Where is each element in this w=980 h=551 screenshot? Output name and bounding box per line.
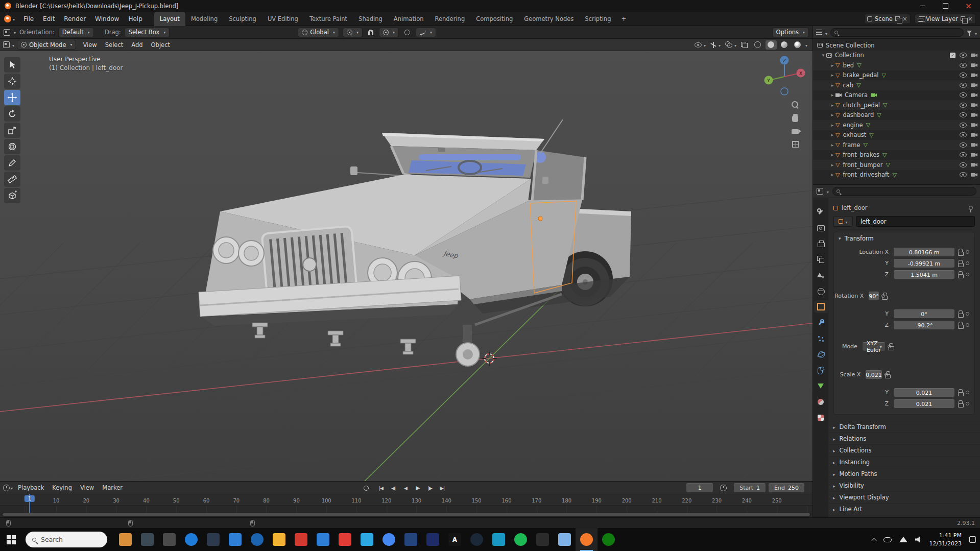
tool-annotate-button[interactable] — [4, 155, 20, 171]
taskbar-app-blue-app[interactable] — [356, 528, 378, 551]
proportional-editing-toggle[interactable] — [402, 28, 412, 37]
taskbar-app-people[interactable] — [114, 528, 136, 551]
maximize-button[interactable] — [934, 0, 957, 12]
tool-measure-button[interactable] — [4, 172, 20, 187]
workspace-tab[interactable]: Modeling — [185, 12, 223, 26]
taskbar-app-steam[interactable] — [466, 528, 488, 551]
timeline-menu[interactable]: Marker — [98, 484, 127, 491]
hide-eye-icon[interactable] — [960, 172, 967, 177]
hide-eye-icon[interactable] — [960, 83, 967, 88]
lock-icon[interactable] — [957, 310, 964, 318]
mode-dropdown[interactable]: Object Mode — [17, 40, 76, 50]
taskbar-search-input[interactable]: Search — [26, 532, 107, 547]
expand-arrow-icon[interactable] — [829, 63, 835, 68]
outliner-item-engine[interactable]: engine — [813, 120, 980, 130]
properties-section[interactable]: Motion Paths — [828, 468, 980, 480]
animate-dot-icon[interactable] — [964, 273, 971, 276]
properties-section[interactable]: Delta Transform — [828, 421, 980, 433]
expand-arrow-icon[interactable] — [829, 123, 835, 128]
play-button[interactable] — [413, 484, 423, 493]
hide-eye-icon[interactable] — [960, 63, 967, 68]
workspace-tab[interactable]: Rendering — [429, 12, 470, 26]
menu-item[interactable]: File — [19, 12, 38, 26]
workspace-tab[interactable]: Sculpting — [223, 12, 262, 26]
properties-section[interactable]: Collections — [828, 445, 980, 457]
value-field[interactable]: 0.021 — [894, 388, 954, 397]
frame-start-field[interactable]: Start1 — [734, 483, 766, 492]
properties-tab-material[interactable] — [814, 395, 828, 408]
hide-eye-icon[interactable] — [960, 123, 967, 128]
taskbar-app-letter-a-app[interactable]: A — [444, 528, 466, 551]
timeline-scrollbar[interactable] — [2, 513, 811, 516]
orientation-dropdown[interactable]: Default — [58, 28, 94, 37]
properties-tab-modifiers[interactable] — [814, 316, 828, 329]
taskbar-app-monitor-app[interactable] — [136, 528, 158, 551]
taskbar-app-terminal[interactable] — [532, 528, 554, 551]
workspace-tab[interactable]: UV Editing — [262, 12, 304, 26]
properties-tab-scene[interactable] — [814, 269, 828, 281]
animate-dot-icon[interactable] — [964, 250, 971, 254]
expand-arrow-icon[interactable] — [829, 152, 835, 157]
taskbar-clock[interactable]: 1:41 PM 12/31/2023 — [929, 532, 962, 547]
filter-icon[interactable] — [967, 31, 972, 34]
action-center-icon[interactable] — [969, 536, 976, 543]
properties-tab-physics[interactable] — [814, 348, 828, 361]
menu-item[interactable]: Render — [59, 12, 90, 26]
timeline-menu[interactable]: Keying — [48, 484, 76, 491]
value-field[interactable]: 0° — [894, 309, 954, 318]
viewport-menu[interactable]: View — [79, 41, 101, 49]
lock-icon[interactable] — [957, 389, 964, 396]
collapse-arrow-icon[interactable] — [820, 53, 826, 58]
current-frame-field[interactable]: 1 — [686, 483, 713, 492]
hide-eye-icon[interactable] — [960, 112, 967, 117]
object-name-field[interactable]: left_door — [856, 216, 975, 227]
tool-add-cube-button[interactable] — [4, 188, 20, 203]
volume-icon[interactable] — [915, 536, 922, 543]
close-button[interactable] — [957, 0, 980, 12]
outliner-item-front_brakes[interactable]: front_brakes — [813, 150, 980, 160]
cloud-icon[interactable] — [883, 537, 892, 542]
outliner-item-front_bumper[interactable]: front_bumper — [813, 160, 980, 170]
outliner-item-dashboard[interactable]: dashboard — [813, 110, 980, 121]
disable-render-icon[interactable] — [971, 153, 977, 157]
viewport-menu[interactable]: Select — [101, 41, 127, 49]
hide-eye-icon[interactable] — [960, 103, 967, 108]
transform-orientation-dropdown[interactable]: Global — [298, 28, 339, 37]
gizmo-minus-z-axis[interactable] — [781, 88, 788, 95]
expand-arrow-icon[interactable] — [829, 162, 835, 167]
tool-move-button[interactable] — [4, 90, 20, 105]
jump-to-start-button[interactable] — [376, 484, 386, 493]
properties-section[interactable]: Line Art — [828, 504, 980, 515]
outliner-item-brake_pedal[interactable]: brake_pedal — [813, 70, 980, 81]
taskbar-app-chrome[interactable] — [378, 528, 400, 551]
shading-wireframe-button[interactable] — [752, 40, 763, 50]
taskbar-app-mdp-app[interactable] — [400, 528, 422, 551]
pivot-point-dropdown[interactable] — [343, 28, 363, 37]
outliner-search-input[interactable] — [830, 28, 964, 37]
taskbar-app-spotify[interactable] — [510, 528, 532, 551]
tool-transform-button[interactable] — [4, 139, 20, 154]
workspace-tab[interactable]: Scripting — [579, 12, 616, 26]
play-reverse-button[interactable] — [400, 484, 411, 493]
lock-icon[interactable] — [957, 259, 964, 267]
disable-render-icon[interactable] — [971, 113, 977, 117]
timeline-editor-icon[interactable] — [3, 485, 10, 491]
camera-view-icon[interactable] — [792, 129, 799, 134]
taskbar-app-dark-app[interactable] — [202, 528, 224, 551]
expand-arrow-icon[interactable] — [829, 112, 835, 117]
hide-eye-icon[interactable] — [960, 73, 967, 78]
wifi-icon[interactable] — [899, 537, 907, 542]
value-field[interactable]: 90° — [869, 292, 879, 300]
ortho-grid-icon[interactable] — [792, 141, 799, 148]
taskbar-app-compass-browser[interactable] — [180, 528, 202, 551]
value-field[interactable]: 0.021 — [866, 370, 882, 379]
add-workspace-button[interactable]: + — [616, 15, 631, 22]
tool-cursor-button[interactable] — [4, 74, 20, 89]
hide-eye-icon[interactable] — [960, 162, 967, 167]
outliner-editor-icon[interactable] — [816, 30, 822, 35]
properties-tab-object[interactable] — [814, 300, 828, 313]
frame-end-field[interactable]: End250 — [769, 483, 804, 492]
pan-hand-icon[interactable] — [792, 115, 798, 122]
snap-target-dropdown[interactable] — [379, 28, 399, 37]
properties-tab-viewlayer[interactable] — [814, 253, 828, 266]
